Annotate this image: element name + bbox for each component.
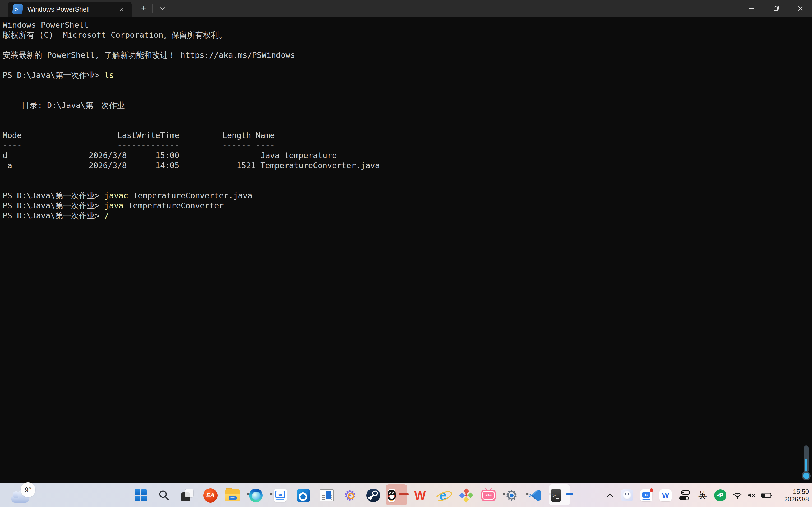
start-button[interactable]: [132, 484, 149, 507]
tab-windows-powershell[interactable]: >_ Windows PowerShell: [8, 2, 132, 17]
close-button[interactable]: [789, 0, 812, 17]
taskbar-item-settings[interactable]: ⚙: [504, 484, 521, 507]
terminal-line: Windows PowerShell: [3, 20, 812, 30]
terminal-line: [3, 171, 812, 181]
journal-app-icon: [320, 489, 334, 501]
vscode-icon: [528, 489, 542, 502]
hidden-icons-chevron[interactable]: [606, 492, 614, 499]
wps-office-icon: W: [413, 489, 426, 502]
qq-penguin-icon: [388, 489, 395, 502]
terminal-line: [3, 80, 812, 90]
wifi-icon: [733, 492, 742, 499]
taskbar-pinned-icons: EA ∞: [132, 484, 568, 507]
task-view-button[interactable]: [179, 484, 196, 507]
terminal-line: [3, 40, 812, 50]
system-icons-group[interactable]: [733, 492, 773, 499]
tab-title: Windows PowerShell: [28, 6, 116, 13]
terminal-line: 安装最新的 PowerShell, 了解新功能和改进！ https://aka.…: [3, 50, 812, 60]
powershell-icon: >_: [12, 4, 23, 14]
terminal-line: PS D:\Java\第一次作业> ls: [3, 70, 812, 80]
notification-dot: [650, 488, 653, 492]
thermometer-cursor: [801, 446, 811, 480]
bilibili-icon: bilibili: [481, 490, 496, 501]
taskbar: 9° EA ∞: [0, 483, 812, 507]
ime-language-indicator[interactable]: 英: [698, 489, 707, 501]
terminal-line: [3, 110, 812, 120]
terminal-line: d----- 2026/3/8 15:00 Java-temperature: [3, 151, 812, 161]
toolbox-app-icon: ⚙: [343, 488, 357, 503]
tabbar-divider: [152, 4, 153, 13]
clock-date: 2026/3/8: [780, 495, 809, 503]
taskbar-item-journal-app[interactable]: [318, 484, 335, 507]
taskbar-item-windows-terminal[interactable]: >_: [551, 484, 568, 507]
taskbar-item-wps[interactable]: W: [411, 484, 428, 507]
terminal-line: 版权所有 (C) Microsoft Corporation。保留所有权利。: [3, 30, 812, 40]
volume-muted-icon: [747, 492, 756, 499]
clock-time: 15:50: [780, 488, 809, 495]
terminal-line: -a---- 2026/3/8 14:05 1521 TemperatureCo…: [3, 161, 812, 171]
w-tray-icon[interactable]: W: [659, 489, 672, 501]
terminal-line: PS D:\Java\第一次作业> javac TemperatureConve…: [3, 191, 812, 201]
infinity-app-icon: ∞: [273, 489, 287, 502]
taskbar-item-diamonds-app[interactable]: [458, 484, 475, 507]
assistant-tray-icon[interactable]: [621, 489, 633, 501]
task-view-icon: [181, 489, 194, 502]
thermometer-bulb: [802, 471, 811, 480]
new-tab-button[interactable]: +: [138, 3, 150, 14]
terminal-line: [3, 90, 812, 100]
colorful-diamonds-app-icon: [459, 489, 473, 502]
outlook-icon: [297, 489, 310, 502]
file-explorer-icon: [225, 489, 240, 501]
system-tray: ∞ W 英 P: [606, 484, 809, 507]
steam-icon: [366, 489, 380, 502]
terminal-line: 目录: D:\Java\第一次作业: [3, 100, 812, 110]
internet-explorer-icon: e: [436, 488, 450, 503]
ea-app-icon: EA: [203, 488, 217, 503]
minimize-button[interactable]: [739, 0, 764, 17]
taskbar-item-toolbox-app[interactable]: ⚙: [342, 484, 358, 507]
green-p-tray-icon[interactable]: P: [714, 489, 726, 501]
terminal-line: [3, 60, 812, 70]
search-button[interactable]: [155, 484, 172, 507]
attention-indicator: [399, 493, 409, 495]
active-indicator: [566, 493, 573, 495]
battery-icon: [761, 492, 773, 499]
taskbar-item-ea[interactable]: EA: [202, 484, 219, 507]
taskbar-item-edge[interactable]: [248, 484, 265, 507]
temperature-badge: 9°: [20, 483, 36, 497]
windows-start-icon: [135, 489, 147, 501]
edge-icon: [249, 489, 263, 502]
terminal-line: [3, 181, 812, 191]
terminal-line: ---- ------------- ------ ----: [3, 140, 812, 151]
toggles-tray-icon[interactable]: [679, 490, 691, 501]
taskbar-item-internet-explorer[interactable]: e: [435, 484, 451, 507]
infinity-tray-icon[interactable]: ∞: [640, 489, 652, 501]
search-icon: [158, 490, 170, 501]
taskbar-item-file-explorer[interactable]: [225, 484, 242, 507]
tab-dropdown-button[interactable]: [156, 3, 169, 14]
clock[interactable]: 15:50 2026/3/8: [780, 488, 809, 503]
terminal-content[interactable]: Windows PowerShell版权所有 (C) Microsoft Cor…: [0, 17, 812, 484]
terminal-line: PS D:\Java\第一次作业> java TemperatureConver…: [3, 201, 812, 211]
settings-gear-icon: ⚙: [504, 488, 519, 503]
terminal-line: [3, 120, 812, 130]
restore-button[interactable]: [764, 0, 789, 17]
taskbar-item-bilibili[interactable]: bilibili: [481, 484, 498, 507]
taskbar-item-outlook[interactable]: [295, 484, 312, 507]
terminal-line: PS D:\Java\第一次作业> /: [3, 211, 812, 221]
taskbar-item-vscode[interactable]: [527, 484, 545, 507]
taskbar-item-qq[interactable]: [388, 484, 405, 507]
titlebar: >_ Windows PowerShell +: [0, 0, 812, 17]
terminal-line: Mode LastWriteTime Length Name: [3, 130, 812, 140]
weather-widget[interactable]: 9°: [9, 485, 51, 506]
terminal-output: Windows PowerShell版权所有 (C) Microsoft Cor…: [3, 20, 812, 221]
tab-close-icon[interactable]: [116, 4, 127, 14]
taskbar-item-infinity-app[interactable]: ∞: [272, 484, 289, 507]
taskbar-item-steam[interactable]: [365, 484, 382, 507]
windows-terminal-icon: >_: [551, 489, 561, 502]
